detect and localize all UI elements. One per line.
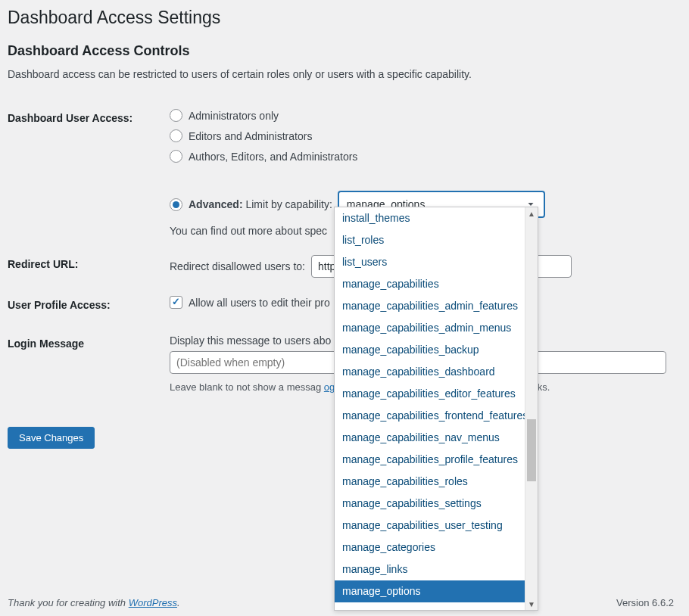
footer-credit: Thank you for creating with WordPress. xyxy=(8,597,180,608)
wordpress-link[interactable]: WordPress xyxy=(129,597,177,608)
checkbox-label: Allow all users to edit their pro xyxy=(189,297,330,309)
scroll-up-icon[interactable]: ▲ xyxy=(525,207,538,219)
dropdown-option[interactable]: manage_capabilities_editor_features xyxy=(335,383,538,405)
save-button[interactable]: Save Changes xyxy=(8,427,95,449)
dropdown-option[interactable]: manage_capabilities_user_testing xyxy=(335,515,538,537)
dropdown-option[interactable]: list_users xyxy=(335,251,538,273)
dropdown-option[interactable]: manage_capabilities_dashboard xyxy=(335,361,538,383)
radio-icon xyxy=(170,129,182,142)
radio-editors-admins[interactable]: Editors and Administrators xyxy=(170,129,666,142)
dropdown-option[interactable]: manage_capabilities_admin_features xyxy=(335,295,538,317)
dropdown-option[interactable]: install_themes xyxy=(335,207,538,229)
advanced-label: Limit by capability: xyxy=(245,198,332,210)
dropdown-option[interactable]: manage_capabilities xyxy=(335,273,538,295)
row-label-user-access: Dashboard User Access: xyxy=(8,100,170,246)
row-label-redirect: Redirect URL: xyxy=(8,246,170,287)
row-label-profile: User Profile Access: xyxy=(8,287,170,325)
radio-authors-editors-admins[interactable]: Authors, Editors, and Administrators xyxy=(170,150,666,163)
dropdown-option[interactable]: manage_capabilities_nav_menus xyxy=(335,427,538,449)
dropdown-option[interactable]: manage_capabilities_frontend_features xyxy=(335,405,538,427)
dropdown-option[interactable]: manage_capabilities_profile_features xyxy=(335,449,538,471)
intro-text: Dashboard access can be restricted to us… xyxy=(8,68,674,80)
radio-admins-only[interactable]: Administrators only xyxy=(170,109,666,122)
dropdown-option[interactable]: manage_links xyxy=(335,558,538,580)
radio-icon xyxy=(170,109,182,122)
scroll-thumb[interactable] xyxy=(527,419,536,481)
row-label-login-message: Login Message xyxy=(8,325,170,404)
checkbox-icon xyxy=(170,296,182,309)
footer-version: Version 6.6.2 xyxy=(616,597,674,608)
advanced-lead: Advanced: xyxy=(189,198,243,210)
dropdown-option[interactable]: list_roles xyxy=(335,229,538,251)
page-title: Dashboard Access Settings xyxy=(8,8,674,28)
redirect-lead: Redirect disallowed users to: xyxy=(170,260,305,272)
dropdown-option[interactable]: manage_capabilities_admin_menus xyxy=(335,317,538,339)
dropdown-option[interactable]: manage_categories xyxy=(335,537,538,558)
radio-icon xyxy=(170,150,182,163)
dropdown-option[interactable]: manage_capabilities_backup xyxy=(335,339,538,361)
capability-dropdown[interactable]: install_themeslist_roleslist_usersmanage… xyxy=(334,207,538,611)
dropdown-scrollbar[interactable]: ▲ ▼ xyxy=(525,207,538,610)
dropdown-option[interactable]: manage_capabilities_roles xyxy=(335,471,538,493)
radio-label: Editors and Administrators xyxy=(189,130,312,142)
radio-label: Administrators only xyxy=(189,110,279,122)
dropdown-option[interactable]: manage_capabilities_settings xyxy=(335,493,538,515)
scroll-down-icon[interactable]: ▼ xyxy=(525,598,538,610)
radio-advanced[interactable]: Advanced: Limit by capability: xyxy=(170,198,332,211)
dropdown-option[interactable]: manage_options xyxy=(335,580,538,602)
radio-label: Authors, Editors, and Administrators xyxy=(189,151,357,163)
radio-icon xyxy=(170,198,182,211)
section-title: Dashboard Access Controls xyxy=(8,43,674,59)
